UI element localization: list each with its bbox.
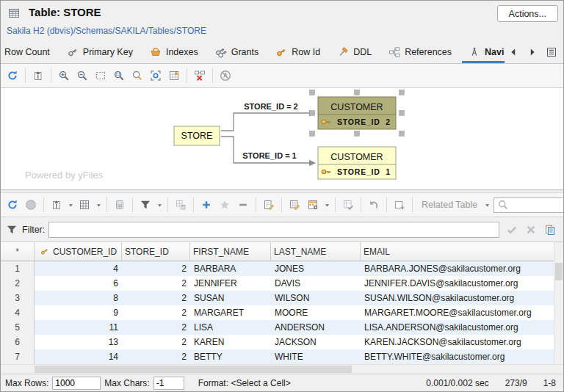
cell[interactable]: MARGARET.MOORE@sakilacustomer.org <box>361 305 563 320</box>
row-number-header[interactable]: * <box>1 242 35 261</box>
undo-button[interactable] <box>365 196 383 214</box>
cell[interactable]: WILSON <box>271 291 361 305</box>
cell[interactable]: LISA <box>190 320 271 335</box>
add-plus-button[interactable] <box>198 196 215 214</box>
cell[interactable]: 11 <box>35 320 122 335</box>
cell[interactable]: JENNIFER.DAVIS@sakilacustomer.org <box>361 276 563 291</box>
zoom-in-button[interactable] <box>55 67 73 84</box>
max-rows-input[interactable] <box>52 377 101 390</box>
export-doc-button[interactable] <box>48 196 65 214</box>
tab-primary-key[interactable]: Primary Key <box>58 41 141 63</box>
vertical-scrollbar[interactable] <box>554 242 563 364</box>
cell[interactable]: ANDERSON <box>271 320 361 335</box>
breadcrumb[interactable]: Sakila H2 (dbvis)/Schemas/SAKILA/Tables/… <box>7 26 206 36</box>
tab-row-count[interactable]: Row Count <box>1 41 58 63</box>
search-zoom-button[interactable] <box>129 67 146 84</box>
cell[interactable]: BETTY <box>190 349 271 364</box>
remove-minus-button[interactable] <box>234 196 252 214</box>
dropdown-caret-button[interactable] <box>322 196 331 214</box>
edit-row-button[interactable] <box>260 196 278 214</box>
dropdown-caret-button[interactable] <box>66 196 75 214</box>
cell[interactable]: 2 <box>122 261 190 276</box>
star-button[interactable] <box>216 196 234 214</box>
cell[interactable]: BARBARA.JONES@sakilacustomer.org <box>361 261 563 276</box>
refresh-button[interactable] <box>4 196 21 214</box>
tab-navigator[interactable]: Navigator <box>460 41 505 63</box>
cell[interactable]: 6 <box>35 276 122 291</box>
zoom-actual-button[interactable]: 1:1 <box>110 67 128 84</box>
grid-check-button[interactable] <box>339 196 357 214</box>
tab-row-id[interactable]: Row Id <box>267 41 328 63</box>
store-node[interactable]: STORE <box>174 126 220 145</box>
cell[interactable]: WHITE <box>271 349 361 364</box>
filter-input[interactable] <box>48 222 499 238</box>
scrollbar-thumb[interactable] <box>555 263 563 280</box>
grid-edit-button[interactable] <box>286 196 303 214</box>
horizontal-scrollbar[interactable] <box>1 364 563 374</box>
fit-content-button[interactable] <box>147 67 164 84</box>
row-number[interactable]: 7 <box>1 349 35 364</box>
cell[interactable]: 2 <box>122 349 190 364</box>
tab-grants[interactable]: Grants <box>206 41 267 63</box>
row-number[interactable]: 3 <box>1 291 35 305</box>
column-header-customer_id[interactable]: CUSTOMER_ID <box>35 242 122 261</box>
column-header-first_name[interactable]: FIRST_NAME <box>190 242 271 261</box>
cell[interactable]: KAREN <box>190 335 271 349</box>
related-table-dropdown[interactable]: Related Table <box>422 198 494 211</box>
customer-node-store1[interactable]: CUSTOMER STORE_ID 1 <box>318 147 396 179</box>
tab-references[interactable]: References <box>380 41 460 63</box>
scrollbar-thumb[interactable] <box>35 366 352 373</box>
copy-button[interactable] <box>541 221 559 239</box>
diagram-canvas[interactable]: STORE_ID = 2 STORE_ID = 1 STORE CUSTOMER <box>1 88 563 189</box>
tab-ddl[interactable]: DDL <box>328 41 380 63</box>
filter-funnel-button[interactable] <box>137 196 154 214</box>
remove-references-button[interactable] <box>191 67 209 84</box>
column-header-store_id[interactable]: STORE_ID <box>122 242 190 261</box>
cell[interactable]: 4 <box>35 261 122 276</box>
row-number[interactable]: 6 <box>1 335 35 349</box>
dropdown-caret-button[interactable] <box>155 196 164 214</box>
arrow-left-button[interactable] <box>505 43 522 61</box>
cell[interactable]: 2 <box>122 276 190 291</box>
refresh-button[interactable] <box>4 67 21 84</box>
cell[interactable]: JENNIFER <box>190 276 271 291</box>
dropdown-caret-button[interactable] <box>94 196 103 214</box>
save-rows-button[interactable] <box>172 196 189 214</box>
row-number[interactable]: 4 <box>1 305 35 320</box>
cell[interactable]: 2 <box>122 320 190 335</box>
cell[interactable]: BARBARA <box>190 261 271 276</box>
apply-check-button[interactable] <box>503 221 521 239</box>
tab-indexes[interactable]: Indexes <box>141 41 206 63</box>
cell[interactable]: JACKSON <box>271 335 361 349</box>
zoom-out-button[interactable] <box>73 67 91 84</box>
cell[interactable]: LISA.ANDERSON@sakilacustomer.org <box>361 320 563 335</box>
search-input[interactable] <box>511 200 564 210</box>
cell[interactable]: KAREN.JACKSON@sakilacustomer.org <box>361 335 563 349</box>
cell[interactable]: 2 <box>122 335 190 349</box>
row-number[interactable]: 1 <box>1 261 35 276</box>
cell[interactable]: 2 <box>122 305 190 320</box>
cell[interactable]: BETTY.WHITE@sakilacustomer.org <box>361 349 563 364</box>
row-number[interactable]: 5 <box>1 320 35 335</box>
clear-x-button[interactable] <box>522 221 540 239</box>
cell[interactable]: 9 <box>35 305 122 320</box>
cell[interactable]: 8 <box>35 291 122 305</box>
customer-node-store2[interactable]: CUSTOMER STORE_ID 2 <box>318 97 396 129</box>
cell[interactable]: SUSAN.WILSON@sakilacustomer.org <box>361 291 563 305</box>
cell[interactable]: SUSAN <box>190 291 271 305</box>
table-grid-button[interactable] <box>76 196 93 214</box>
calculator-button[interactable] <box>111 196 129 214</box>
cell[interactable]: JONES <box>271 261 361 276</box>
cell[interactable]: 13 <box>35 335 122 349</box>
column-header-last_name[interactable]: LAST_NAME <box>271 242 361 261</box>
max-chars-input[interactable] <box>153 377 184 390</box>
column-header-email[interactable]: EMAIL <box>361 242 554 261</box>
cell[interactable]: 2 <box>122 291 190 305</box>
cell[interactable]: 14 <box>35 349 122 364</box>
grid-layout-button[interactable] <box>165 67 183 84</box>
actions-button[interactable]: Actions... <box>497 5 558 22</box>
export-doc-button[interactable] <box>29 67 47 84</box>
marquee-select-button[interactable] <box>92 67 109 84</box>
cell[interactable]: DAVIS <box>271 276 361 291</box>
arrow-right-button[interactable] <box>524 43 541 61</box>
